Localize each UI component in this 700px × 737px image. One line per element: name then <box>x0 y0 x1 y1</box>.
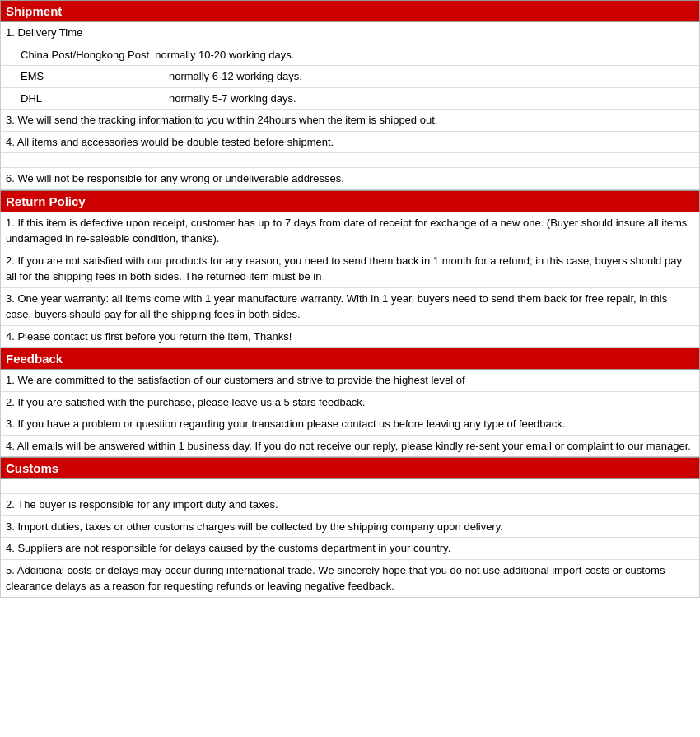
return-policy-item1: 1. If this item is defective upon receip… <box>1 212 699 250</box>
return-policy-content: 1. If this item is defective upon receip… <box>0 212 700 348</box>
shipment-item4: 4. All items and accessories would be do… <box>1 132 699 154</box>
feedback-item2: 2. If you are satisfied with the purchas… <box>1 392 699 414</box>
delivery-dhl: DHL normally 5-7 working days. <box>1 88 699 110</box>
shipment-item3: 3. We will send the tracking information… <box>1 110 699 132</box>
feedback-header: Feedback <box>0 348 700 370</box>
shipment-blank <box>1 153 699 168</box>
return-policy-header: Return Policy <box>0 190 700 212</box>
return-policy-item3: 3. One year warranty: all items come wit… <box>1 288 699 326</box>
return-policy-section: Return Policy 1. If this item is defecti… <box>0 190 700 348</box>
customs-blank <box>1 479 699 494</box>
customs-section: Customs 2. The buyer is responsible for … <box>0 457 700 598</box>
customs-item5: 5. Additional costs or delays may occur … <box>1 560 699 597</box>
customs-item3: 3. Import duties, taxes or other customs… <box>1 516 699 539</box>
feedback-section: Feedback 1. We are committed to the sati… <box>0 348 700 457</box>
delivery-ems: EMS normally 6-12 working days. <box>1 66 699 88</box>
customs-item2: 2. The buyer is responsible for any impo… <box>1 494 699 516</box>
feedback-item4: 4. All emails will be answered within 1 … <box>1 436 699 457</box>
customs-item4: 4. Suppliers are not responsible for del… <box>1 538 699 560</box>
feedback-item1: 1. We are committed to the satisfaction … <box>1 370 699 392</box>
return-policy-item4: 4. Please contact us first before you re… <box>1 326 699 348</box>
shipment-section: Shipment 1. Delivery Time China Post/Hon… <box>0 0 700 190</box>
shipment-item6: 6. We will not be responsible for any wr… <box>1 168 699 189</box>
customs-content: 2. The buyer is responsible for any impo… <box>0 479 700 598</box>
feedback-item3: 3. If you have a problem or question reg… <box>1 413 699 436</box>
return-policy-item2: 2. If you are not satisfied with our pro… <box>1 250 699 288</box>
feedback-content: 1. We are committed to the satisfaction … <box>0 370 700 457</box>
shipment-content: 1. Delivery Time China Post/Hongkong Pos… <box>0 22 700 190</box>
shipment-header: Shipment <box>0 0 700 22</box>
delivery-time-label: 1. Delivery Time <box>1 22 699 44</box>
delivery-china-post: China Post/Hongkong Post normally 10-20 … <box>1 44 699 67</box>
customs-header: Customs <box>0 457 700 479</box>
